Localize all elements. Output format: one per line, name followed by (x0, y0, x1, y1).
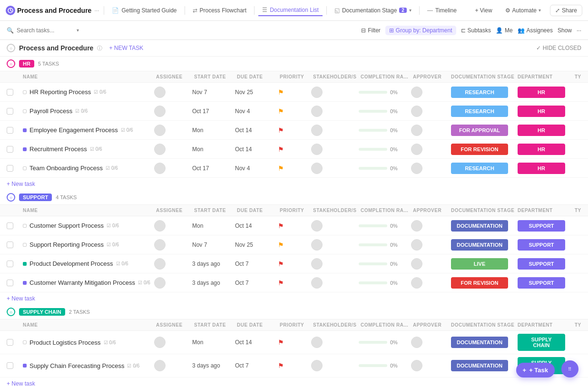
tab-documentation-list[interactable]: ☰ Documentation List (258, 5, 323, 16)
task-checkbox[interactable] (7, 280, 21, 286)
assignee-avatar[interactable] (154, 125, 166, 136)
doc-stage-cell[interactable]: FOR REVISION (449, 141, 516, 158)
assignee-cell[interactable] (154, 106, 192, 117)
table-row[interactable]: Employee Engagement Process ☑ 0/6 Mon Oc… (0, 121, 588, 140)
table-row[interactable]: Customer Warranty Mitigation Process ☑ 0… (0, 273, 588, 292)
app-title-dots[interactable]: ··· (93, 7, 100, 14)
priority-cell[interactable]: ⚑ (278, 260, 311, 268)
stakeholder-avatar[interactable] (311, 258, 323, 270)
assignee-avatar[interactable] (154, 239, 166, 251)
assignee-cell[interactable] (154, 125, 192, 136)
stakeholder-cell[interactable] (311, 163, 359, 174)
tab-getting-started[interactable]: 📄 Getting Started Guide (108, 5, 180, 16)
dept-cell[interactable]: SUPPORT (516, 274, 573, 291)
dept-cell[interactable]: SUPPORT (516, 255, 573, 272)
assignees-button[interactable]: 👥 Assignees (518, 27, 553, 34)
task-checkbox[interactable] (7, 242, 21, 248)
table-row[interactable]: Recruitment Process ☑ 0/6 Mon Oct 14 ⚑ (0, 140, 588, 159)
stakeholder-cell[interactable] (311, 144, 359, 155)
assignee-avatar[interactable] (154, 360, 166, 371)
assignee-avatar[interactable] (154, 106, 166, 117)
automate-button[interactable]: ⚙ Automate ▾ (500, 5, 546, 16)
doc-stage-cell[interactable]: RESEARCH (449, 103, 516, 120)
stakeholder-avatar[interactable] (311, 360, 323, 371)
assignee-cell[interactable] (154, 144, 192, 155)
table-row[interactable]: Product Logistics Process ☑ 0/6 Mon Oct … (0, 331, 588, 354)
hide-closed-button[interactable]: ✓ HIDE CLOSED (536, 45, 581, 51)
search-input[interactable] (17, 27, 74, 34)
tab-documentation-stage[interactable]: ◱ Documentation Stage 2 ▾ (331, 5, 415, 16)
filter-button[interactable]: ⊟ Filter (361, 27, 381, 34)
priority-cell[interactable]: ⚑ (278, 107, 311, 115)
stakeholder-cell[interactable] (311, 337, 359, 348)
dept-cell[interactable]: SUPPORT (516, 217, 573, 234)
dept-cell[interactable]: HR (516, 141, 573, 158)
approver-cell[interactable] (411, 277, 449, 289)
new-task-button[interactable]: + NEW TASK (106, 44, 146, 52)
priority-cell[interactable]: ⚑ (278, 88, 311, 96)
approver-avatar[interactable] (411, 87, 422, 98)
new-task-row[interactable]: + New task (0, 292, 588, 305)
approver-avatar[interactable] (411, 163, 422, 174)
stakeholder-cell[interactable] (311, 239, 359, 251)
priority-cell[interactable]: ⚑ (278, 222, 311, 230)
stakeholder-avatar[interactable] (311, 163, 323, 174)
approver-avatar[interactable] (411, 239, 422, 251)
stakeholder-cell[interactable] (311, 277, 359, 289)
tab-timeline[interactable]: — Timeline (423, 5, 461, 16)
more-options-button[interactable]: ··· (577, 27, 581, 34)
approver-cell[interactable] (411, 337, 449, 348)
assignee-cell[interactable] (154, 163, 192, 174)
approver-cell[interactable] (411, 220, 449, 232)
assignee-avatar[interactable] (154, 220, 166, 232)
table-row[interactable]: Support Reporting Process ☑ 0/6 Nov 7 No… (0, 235, 588, 254)
approver-cell[interactable] (411, 106, 449, 117)
assignee-avatar[interactable] (154, 87, 166, 98)
approver-cell[interactable] (411, 87, 449, 98)
doc-stage-cell[interactable]: FOR APPROVAL (449, 122, 516, 139)
stakeholder-cell[interactable] (311, 125, 359, 136)
assignee-cell[interactable] (154, 87, 192, 98)
share-button[interactable]: ⤢ Share (550, 5, 582, 16)
dept-cell[interactable]: HR (516, 103, 573, 120)
approver-avatar[interactable] (411, 144, 422, 155)
doc-stage-cell[interactable]: LIVE (449, 255, 516, 272)
priority-cell[interactable]: ⚑ (278, 339, 311, 346)
table-row[interactable]: Payroll Process ☑ 0/6 Oct 17 Nov 4 ⚑ (0, 102, 588, 121)
table-row[interactable]: HR Reporting Process ☑ 0/6 Nov 7 Nov 25 … (0, 83, 588, 102)
stakeholder-avatar[interactable] (311, 220, 323, 232)
doc-stage-cell[interactable]: DOCUMENTATION (449, 334, 516, 351)
new-task-row[interactable]: + New task (0, 377, 588, 386)
approver-avatar[interactable] (411, 106, 422, 117)
doc-stage-cell[interactable]: DOCUMENTATION (449, 357, 516, 374)
group-collapse-icon-supply[interactable]: ○ (7, 308, 15, 316)
subtasks-button[interactable]: ⊏ Subtasks (461, 27, 491, 34)
tab-process-flowchart[interactable]: ⇄ Process Flowchart (189, 5, 251, 16)
assignee-cell[interactable] (154, 337, 192, 348)
assignee-cell[interactable] (154, 239, 192, 251)
dept-cell[interactable]: HR (516, 84, 573, 101)
group-collapse-icon-hr[interactable]: ○ (7, 59, 15, 68)
dept-cell[interactable]: HR (516, 160, 573, 177)
assignee-avatar[interactable] (154, 277, 166, 289)
stakeholder-avatar[interactable] (311, 239, 323, 251)
dept-cell[interactable]: SUPPORT (516, 236, 573, 253)
priority-cell[interactable]: ⚑ (278, 145, 311, 153)
group-by-button[interactable]: ⊞ Group by: Department (385, 26, 456, 35)
stakeholder-cell[interactable] (311, 220, 359, 232)
approver-cell[interactable] (411, 239, 449, 251)
assignee-cell[interactable] (154, 360, 192, 371)
task-fab[interactable]: + + Task (516, 363, 555, 377)
me-button[interactable]: 👤 Me (496, 27, 513, 34)
approver-cell[interactable] (411, 144, 449, 155)
approver-cell[interactable] (411, 360, 449, 371)
task-checkbox[interactable] (7, 89, 21, 96)
priority-cell[interactable]: ⚑ (278, 241, 311, 249)
table-row[interactable]: Supply Chain Forecasting Process ☑ 0/6 3… (0, 354, 588, 377)
doc-stage-cell[interactable]: RESEARCH (449, 160, 516, 177)
assignee-avatar[interactable] (154, 144, 166, 155)
approver-avatar[interactable] (411, 360, 422, 371)
priority-cell[interactable]: ⚑ (278, 126, 311, 134)
approver-avatar[interactable] (411, 220, 422, 232)
table-row[interactable]: Product Development Process ☑ 0/6 3 days… (0, 254, 588, 273)
